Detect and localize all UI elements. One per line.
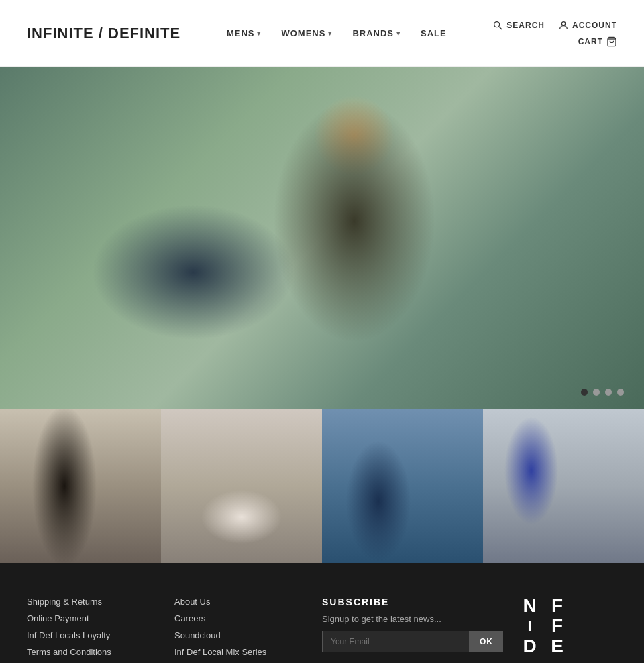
logo-letter-n: N: [517, 597, 543, 615]
footer-subscribe: SUBSCRIBE Signup to get the latest news.…: [322, 597, 503, 663]
logo-letter-i: I: [517, 617, 543, 636]
main-nav: MENS ▾ WOMENS ▾ BRANDS ▾ SALE: [227, 28, 447, 38]
subscribe-form: OK: [322, 631, 503, 652]
search-button[interactable]: SEARCH: [492, 20, 545, 31]
image-grid: [0, 409, 644, 563]
nav-label-sale: SALE: [421, 28, 447, 38]
hero-banner: [0, 67, 644, 409]
footer-col-1: Shipping & Returns Online Payment Inf De…: [27, 597, 161, 663]
logo-letter-e: E: [544, 637, 570, 656]
header-right: SEARCH ACCOUNT CART: [492, 20, 617, 47]
svg-point-0: [494, 21, 500, 27]
logo-letter-d: D: [517, 637, 543, 656]
header: INFINITE / DEFINITE MENS ▾ WOMENS ▾ BRAN…: [0, 0, 644, 67]
footer-col-2: About Us Careers Soundcloud Inf Def Loca…: [174, 597, 309, 663]
subscribe-title: SUBSCRIBE: [322, 597, 503, 607]
footer-link-terms[interactable]: Terms and Conditions: [27, 647, 161, 657]
logo-letter-f2: F: [544, 617, 570, 636]
search-icon: [492, 20, 503, 31]
nav-label-womens: WOMENS: [281, 28, 325, 38]
subscribe-button[interactable]: OK: [470, 631, 503, 652]
email-input[interactable]: [322, 631, 470, 652]
nav-item-sale[interactable]: SALE: [421, 28, 447, 38]
footer-link-careers[interactable]: Careers: [174, 613, 309, 623]
logo[interactable]: INFINITE / DEFINITE: [27, 25, 180, 42]
nav-item-womens[interactable]: WOMENS ▾: [281, 28, 332, 38]
svg-point-2: [561, 21, 565, 25]
account-icon: [558, 20, 569, 31]
carousel-dot-4[interactable]: [617, 389, 624, 396]
hero-image: [0, 67, 644, 409]
footer-logo-col: N F I F D E: [517, 597, 617, 663]
grid-image-1[interactable]: [0, 409, 161, 563]
cart-row: CART: [578, 36, 617, 47]
footer-logo: N F I F D E: [517, 597, 570, 650]
footer-link-payment[interactable]: Online Payment: [27, 613, 161, 623]
cart-label: CART: [578, 37, 603, 46]
chevron-down-icon: ▾: [396, 29, 400, 37]
account-button[interactable]: ACCOUNT: [558, 20, 617, 31]
carousel-dot-2[interactable]: [593, 389, 600, 396]
grid-image-3[interactable]: [322, 409, 483, 563]
logo-letter-f: F: [544, 597, 570, 615]
footer: Shipping & Returns Online Payment Inf De…: [0, 563, 644, 663]
search-label: SEARCH: [506, 21, 545, 30]
carousel-dot-1[interactable]: [581, 389, 588, 396]
footer-link-loyalty[interactable]: Inf Def Locals Loyalty: [27, 630, 161, 640]
cart-button[interactable]: CART: [578, 36, 617, 47]
carousel-dots: [581, 389, 624, 396]
grid-image-2[interactable]: [161, 409, 322, 563]
footer-link-soundcloud[interactable]: Soundcloud: [174, 630, 309, 640]
header-top-row: SEARCH ACCOUNT: [492, 20, 617, 31]
chevron-down-icon: ▾: [328, 29, 332, 37]
nav-label-brands: BRANDS: [352, 28, 394, 38]
footer-link-mix-series[interactable]: Inf Def Local Mix Series: [174, 647, 309, 657]
chevron-down-icon: ▾: [257, 29, 261, 37]
carousel-dot-3[interactable]: [605, 389, 612, 396]
account-label: ACCOUNT: [572, 21, 617, 30]
nav-item-mens[interactable]: MENS ▾: [227, 28, 262, 38]
grid-image-4[interactable]: [483, 409, 644, 563]
nav-item-brands[interactable]: BRANDS ▾: [352, 28, 400, 38]
cart-icon: [606, 36, 617, 47]
footer-link-about[interactable]: About Us: [174, 597, 309, 607]
footer-link-shipping[interactable]: Shipping & Returns: [27, 597, 161, 607]
nav-label-mens: MENS: [227, 28, 255, 38]
svg-line-1: [499, 27, 502, 29]
subscribe-text: Signup to get the latest news...: [322, 614, 503, 624]
